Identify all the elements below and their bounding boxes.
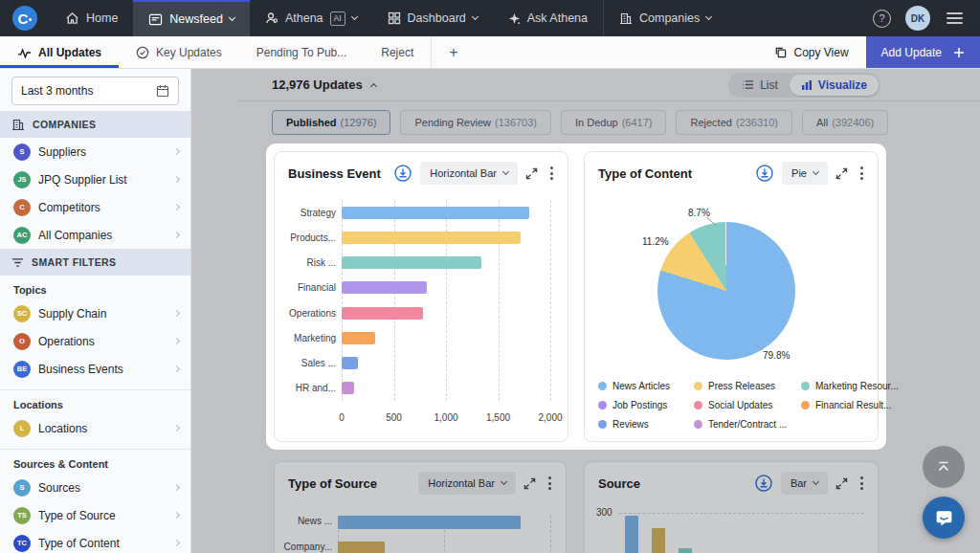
chart-type-dropdown[interactable]: Horizontal Bar bbox=[420, 162, 518, 185]
legend-item[interactable]: Marketing Resour... bbox=[801, 381, 908, 391]
legend-item[interactable]: Press Releases bbox=[694, 381, 801, 391]
download-report-icon[interactable] bbox=[755, 164, 774, 183]
expand-icon[interactable] bbox=[523, 477, 536, 490]
bar-sales[interactable] bbox=[342, 357, 358, 369]
chart-type-dropdown[interactable]: Bar bbox=[781, 472, 828, 495]
kebab-menu-icon[interactable] bbox=[856, 164, 868, 183]
download-report-icon[interactable] bbox=[754, 474, 773, 493]
bar-company[interactable] bbox=[338, 542, 385, 553]
sidebar-item-supply-chain[interactable]: SC Supply Chain bbox=[0, 299, 190, 327]
chip-pending-review[interactable]: Pending Review (136703) bbox=[400, 110, 551, 135]
chip-published[interactable]: Published (12976) bbox=[272, 110, 390, 135]
bar-news[interactable] bbox=[338, 516, 521, 529]
chevron-right-icon bbox=[173, 176, 180, 183]
chip-pending-label: Pending Review bbox=[414, 117, 491, 128]
nav-item-dashboard[interactable]: Dashboard bbox=[372, 0, 493, 36]
bar-financial[interactable] bbox=[342, 281, 427, 294]
copy-view-button[interactable]: Copy View bbox=[757, 36, 865, 68]
type-of-source-plot-area bbox=[338, 516, 550, 553]
scroll-to-top-button[interactable] bbox=[923, 446, 965, 488]
bar-products[interactable] bbox=[342, 232, 521, 244]
smart-filters-header-label: SMART FILTERS bbox=[32, 256, 116, 268]
hamburger-menu-icon[interactable] bbox=[945, 9, 965, 28]
legend-item[interactable]: Financial Result... bbox=[801, 400, 908, 410]
pie-graphic[interactable] bbox=[657, 222, 795, 360]
sidebar-item-sources[interactable]: S Sources bbox=[0, 474, 190, 501]
source-bar-3[interactable] bbox=[679, 548, 692, 553]
legend-item[interactable]: Job Postings bbox=[598, 400, 694, 410]
sidebar-item-locations[interactable]: L Locations bbox=[0, 414, 190, 442]
bar-chart-icon bbox=[801, 79, 813, 91]
business-event-bars bbox=[342, 200, 550, 401]
plus-icon: + bbox=[449, 44, 457, 61]
chart-title: Type of Content bbox=[598, 166, 692, 181]
sidebar-item-suppliers[interactable]: S Suppliers bbox=[0, 138, 190, 166]
chip-rejected-count: (236310) bbox=[736, 117, 778, 128]
category-label: Financial bbox=[282, 282, 336, 293]
tab-reject[interactable]: Reject bbox=[364, 36, 431, 68]
chip-rejected[interactable]: Rejected (236310) bbox=[676, 110, 791, 135]
sidebar-item-type-of-content[interactable]: TC Type of Content bbox=[0, 529, 190, 553]
legend-label: Press Releases bbox=[708, 381, 775, 391]
list-view-button[interactable]: List bbox=[730, 75, 790, 96]
sidebar-item-type-of-source[interactable]: TS Type of Source bbox=[0, 501, 190, 529]
view-tab-bar: All Updates Key Updates Pending To Pub..… bbox=[0, 36, 980, 69]
user-avatar[interactable]: DK bbox=[905, 6, 930, 31]
bar-operations[interactable] bbox=[342, 307, 423, 320]
legend-item[interactable]: Tender/Contract ... bbox=[694, 419, 801, 430]
nav-athena-label: Athena bbox=[285, 11, 323, 25]
expand-icon[interactable] bbox=[835, 167, 848, 180]
source-bar-2[interactable] bbox=[652, 528, 665, 553]
bar-risk[interactable] bbox=[342, 256, 481, 269]
legend-item[interactable]: News Articles bbox=[598, 381, 694, 391]
pie-legend: News Articles Press Releases Marketing R… bbox=[598, 381, 908, 430]
tab-key-updates[interactable]: Key Updates bbox=[119, 36, 239, 68]
date-range-filter[interactable]: Last 3 months bbox=[11, 77, 179, 105]
kebab-menu-icon[interactable] bbox=[856, 474, 868, 493]
kebab-menu-icon[interactable] bbox=[544, 474, 556, 493]
suppliers-label: Suppliers bbox=[38, 145, 86, 159]
kebab-menu-icon[interactable] bbox=[546, 164, 558, 183]
app-logo[interactable]: C bbox=[0, 0, 50, 36]
legend-item[interactable]: Social Updates bbox=[694, 400, 801, 410]
source-bar-1[interactable] bbox=[625, 516, 638, 553]
expand-icon[interactable] bbox=[525, 167, 538, 180]
chip-in-dedup[interactable]: In Dedup (6417) bbox=[561, 110, 666, 135]
sidebar-item-business-events[interactable]: BE Business Events bbox=[0, 355, 190, 383]
tab-all-updates[interactable]: All Updates bbox=[0, 36, 119, 68]
axis-tick: 1,000 bbox=[434, 412, 457, 423]
add-update-button[interactable]: Add Update bbox=[866, 36, 980, 68]
legend-item[interactable]: Reviews bbox=[598, 419, 694, 430]
download-report-icon[interactable] bbox=[393, 164, 412, 183]
bar-marketing[interactable] bbox=[342, 332, 375, 344]
help-button[interactable]: ? bbox=[873, 10, 891, 28]
nav-item-ask-athena[interactable]: Ask Athena bbox=[493, 0, 603, 36]
nav-item-companies[interactable]: Companies bbox=[603, 0, 726, 36]
updates-count-heading[interactable]: 12,976 Updates bbox=[272, 77, 376, 92]
visualize-view-button[interactable]: Visualize bbox=[790, 75, 879, 96]
chart-type-dropdown[interactable]: Pie bbox=[782, 162, 828, 185]
updates-count: 12,976 Updates bbox=[272, 77, 363, 92]
type-of-source-category-labels: News ... Company... bbox=[280, 516, 332, 553]
nav-item-newsfeed[interactable]: Newsfeed bbox=[133, 0, 250, 36]
add-tab-button[interactable]: + bbox=[431, 36, 475, 68]
visualize-label: Visualize bbox=[818, 78, 867, 92]
tab-pending-to-publish[interactable]: Pending To Pub... bbox=[239, 36, 365, 68]
axis-tick: 0 bbox=[339, 412, 345, 423]
chart-type-dropdown[interactable]: Horizontal Bar bbox=[418, 472, 516, 495]
source-chart-card: Source Bar 300 bbox=[584, 461, 879, 553]
sidebar-item-jpq-supplier-list[interactable]: JS JPQ Supplier List bbox=[0, 166, 190, 193]
tab-all-updates-label: All Updates bbox=[38, 46, 101, 59]
chevron-right-icon bbox=[173, 204, 180, 210]
chat-widget-button[interactable] bbox=[923, 497, 965, 539]
bar-hr[interactable] bbox=[342, 382, 354, 394]
sidebar-item-operations[interactable]: O Operations bbox=[0, 327, 190, 355]
chip-all[interactable]: All (392406) bbox=[802, 110, 888, 135]
nav-item-home[interactable]: Home bbox=[50, 0, 133, 36]
all-companies-badge: AC bbox=[13, 227, 31, 244]
sidebar-item-competitors[interactable]: C Competitors bbox=[0, 193, 190, 221]
bar-strategy[interactable] bbox=[342, 207, 529, 219]
sidebar-item-all-companies[interactable]: AC All Companies bbox=[0, 221, 190, 249]
nav-item-athena[interactable]: Athena AI bbox=[250, 0, 372, 36]
expand-icon[interactable] bbox=[835, 477, 848, 490]
